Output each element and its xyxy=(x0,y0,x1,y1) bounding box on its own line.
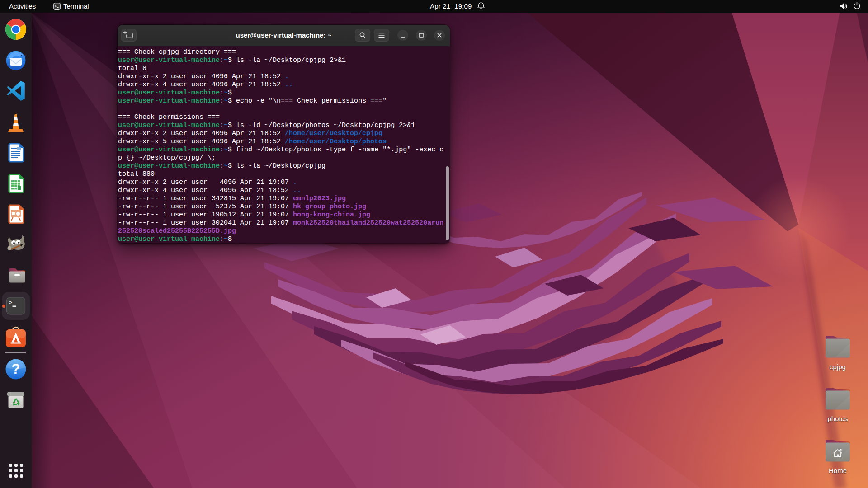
svg-text:?: ? xyxy=(12,361,20,377)
svg-text:>: > xyxy=(9,300,13,305)
svg-text:>: > xyxy=(55,5,57,8)
